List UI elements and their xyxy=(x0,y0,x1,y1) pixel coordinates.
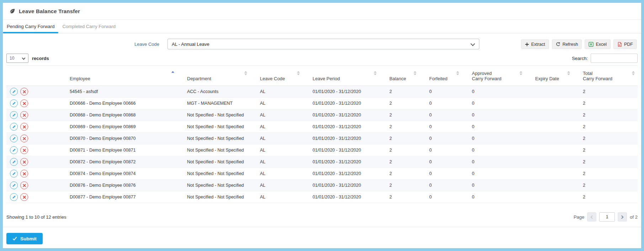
cell-leave-period: 01/01/2020 - 31/12/2020 xyxy=(303,98,379,109)
extract-button[interactable]: Extract xyxy=(521,39,549,49)
cell-total-carry-forward: 2 xyxy=(573,180,638,191)
leave-code-select[interactable]: AL - Annual Leave xyxy=(167,39,479,49)
column-header-employee[interactable]: Employee xyxy=(60,66,177,86)
refresh-label: Refresh xyxy=(563,42,578,47)
chevron-down-icon xyxy=(470,42,475,46)
edit-row-button[interactable] xyxy=(10,99,18,107)
edit-row-button[interactable] xyxy=(10,111,18,119)
refresh-button[interactable]: Refresh xyxy=(552,39,582,49)
cell-department: MGT - MANAGEMENT xyxy=(177,98,250,109)
cell-balance: 2 xyxy=(379,144,419,156)
records-count-select[interactable]: 10 xyxy=(6,54,28,63)
x-icon xyxy=(22,160,26,164)
delete-row-button[interactable] xyxy=(20,158,28,166)
delete-row-button[interactable] xyxy=(20,123,28,131)
cell-expiry-date xyxy=(525,180,573,191)
cell-leave-code: AL xyxy=(250,156,303,168)
edit-row-button[interactable] xyxy=(10,158,18,166)
cell-approved-carry-forward: 0 xyxy=(462,109,525,121)
edit-row-button[interactable] xyxy=(10,123,18,131)
delete-row-button[interactable] xyxy=(20,181,28,189)
leave-balance-transfer-window: { "colors": { "frame": "#8cceec", "accen… xyxy=(0,0,644,251)
submit-area: Submit xyxy=(6,233,43,244)
cell-department: ACC - Accounts xyxy=(177,86,250,98)
pencil-icon xyxy=(12,125,16,129)
x-icon xyxy=(22,148,26,152)
column-header-leave-period[interactable]: Leave Period xyxy=(303,66,379,86)
cell-balance: 2 xyxy=(379,156,419,168)
cell-total-carry-forward: 2 xyxy=(573,109,638,121)
column-header-forfeited[interactable]: Forfeited xyxy=(419,66,462,86)
delete-row-button[interactable] xyxy=(20,193,28,201)
tab-completed-carry-forward[interactable]: Completed Carry Forward xyxy=(58,20,119,33)
cell-leave-code: AL xyxy=(250,144,303,156)
delete-row-button[interactable] xyxy=(20,88,28,96)
pdf-icon xyxy=(617,42,622,47)
sort-icon xyxy=(244,71,247,75)
table-row: D00870 - Demo Employee 00870Not Specifie… xyxy=(6,133,638,144)
edit-row-button[interactable] xyxy=(10,88,18,96)
delete-row-button[interactable] xyxy=(20,99,28,107)
cell-balance: 2 xyxy=(379,180,419,191)
column-header-expiry-date[interactable]: Expiry Date xyxy=(525,66,573,86)
edit-row-button[interactable] xyxy=(10,146,18,154)
column-header-leave-code[interactable]: Leave Code xyxy=(250,66,303,86)
pencil-icon xyxy=(12,136,16,141)
cell-total-carry-forward: 2 xyxy=(573,133,638,144)
submit-button[interactable]: Submit xyxy=(6,233,43,244)
delete-row-button[interactable] xyxy=(20,170,28,178)
delete-row-button[interactable] xyxy=(20,111,28,119)
cell-total-carry-forward: 2 xyxy=(573,168,638,180)
cell-approved-carry-forward: 0 xyxy=(462,191,525,203)
page-number-input[interactable] xyxy=(599,212,615,222)
edit-row-button[interactable] xyxy=(10,181,18,189)
cell-approved-carry-forward: 0 xyxy=(462,98,525,109)
next-page-button[interactable] xyxy=(618,212,627,222)
column-header-total-carry-forward[interactable]: Total Carry Forward xyxy=(573,66,638,86)
cell-employee: D00870 - Demo Employee 00870 xyxy=(60,133,177,144)
cell-leave-code: AL xyxy=(250,121,303,133)
leave-code-label: Leave Code xyxy=(120,42,159,47)
cell-department: Not Specified - Not Specified xyxy=(177,109,250,121)
cell-approved-carry-forward: 0 xyxy=(462,133,525,144)
cell-leave-code: AL xyxy=(250,86,303,98)
edit-row-button[interactable] xyxy=(10,170,18,178)
grid-toolbar: Extract Refresh Excel PDF xyxy=(521,39,637,49)
cell-employee: D00869 - Demo Employee 00869 xyxy=(60,121,177,133)
column-header-balance[interactable]: Balance xyxy=(379,66,419,86)
sort-icon xyxy=(456,71,459,75)
refresh-icon xyxy=(556,42,560,47)
column-header-department[interactable]: Department xyxy=(177,66,250,86)
pencil-icon xyxy=(12,171,16,176)
extract-label: Extract xyxy=(531,42,545,47)
cell-expiry-date xyxy=(525,121,573,133)
excel-export-button[interactable]: Excel xyxy=(585,39,611,49)
table-footer: Showing 1 to 10 of 12 entries Page of 2 xyxy=(6,210,638,224)
cell-total-carry-forward: 2 xyxy=(573,144,638,156)
cell-employee: 54545 - asfsdf xyxy=(60,86,177,98)
delete-row-button[interactable] xyxy=(20,146,28,154)
submit-label: Submit xyxy=(20,236,37,241)
previous-page-button[interactable] xyxy=(587,212,596,222)
cell-total-carry-forward: 2 xyxy=(573,191,638,203)
cell-approved-carry-forward: 0 xyxy=(462,86,525,98)
sort-icon xyxy=(520,71,522,75)
column-header-approved-carry-forward[interactable]: Approved Carry Forward xyxy=(462,66,525,86)
pending-carry-forward-panel: Leave Code AL - Annual Leave Extract Ref… xyxy=(3,33,641,248)
x-icon xyxy=(22,113,26,117)
cell-employee: D00872 - Demo Employee 00872 xyxy=(60,156,177,168)
delete-row-button[interactable] xyxy=(20,135,28,142)
row-actions xyxy=(6,168,60,180)
x-icon xyxy=(22,195,26,199)
edit-row-button[interactable] xyxy=(10,193,18,201)
cell-forfeited: 0 xyxy=(419,133,462,144)
pdf-export-button[interactable]: PDF xyxy=(613,39,637,49)
cell-forfeited: 0 xyxy=(419,191,462,203)
search-input[interactable] xyxy=(591,54,638,63)
edit-row-button[interactable] xyxy=(10,135,18,142)
leave-balance-table: EmployeeDepartmentLeave CodeLeave Period… xyxy=(6,65,638,203)
row-actions xyxy=(6,180,60,191)
tab-pending-carry-forward[interactable]: Pending Carry Forward xyxy=(3,20,58,33)
cell-balance: 2 xyxy=(379,86,419,98)
cell-forfeited: 0 xyxy=(419,98,462,109)
